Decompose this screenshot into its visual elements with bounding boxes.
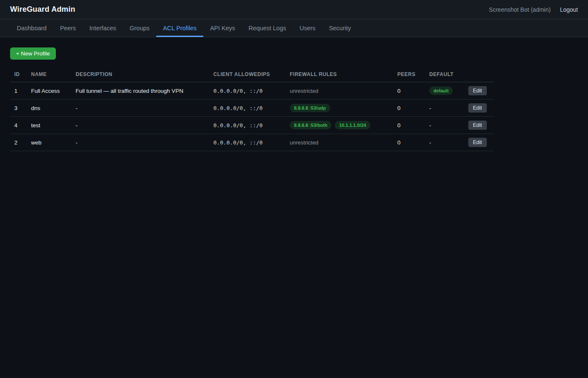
firewall-rule-badge: 10.1.1.1.0/24 [335, 121, 370, 129]
logout-link[interactable]: Logout [560, 6, 578, 13]
edit-button[interactable]: Edit [468, 121, 487, 130]
table-body: 1Full AccessFull tunnel — all traffic ro… [10, 82, 494, 151]
new-profile-button[interactable]: + New Profile [10, 47, 56, 60]
column-header: CLIENT ALLOWEDIPS [209, 68, 286, 82]
profile-description-cell: Full tunnel — all traffic routed through… [71, 82, 209, 100]
profile-row: 3dns-0.0.0.0/0, ::/08.8.8.8 :53/udp0-Edi… [10, 100, 494, 117]
peers-cell: 0 [393, 100, 425, 117]
table-header-row: IDNAMEDESCRIPTIONCLIENT ALLOWEDIPSFIREWA… [10, 68, 494, 82]
topbar-right: Screenshot Bot (admin) Logout [489, 6, 578, 13]
tab-peers[interactable]: Peers [53, 19, 83, 37]
default-cell: default [425, 82, 464, 100]
default-cell: - [425, 117, 464, 134]
profile-description-cell: - [71, 117, 209, 134]
default-cell: - [425, 134, 464, 151]
firewall-rule-badge: 8.8.8.8 :53/udp [290, 104, 330, 112]
tab-users[interactable]: Users [293, 19, 322, 37]
profile-id-cell: 1 [10, 82, 27, 100]
edit-button[interactable]: Edit [468, 138, 487, 147]
default-cell: - [425, 100, 464, 117]
main-content: + New Profile IDNAMEDESCRIPTIONCLIENT AL… [0, 37, 588, 161]
default-badge: default [429, 87, 453, 95]
column-header: DESCRIPTION [71, 68, 209, 82]
profile-row: 1Full AccessFull tunnel — all traffic ro… [10, 82, 494, 100]
client-allowedips-cell: 0.0.0.0/0, ::/0 [209, 100, 286, 117]
edit-cell: Edit [464, 100, 494, 117]
profile-row: 4test-0.0.0.0/0, ::/08.8.8.8 :53/both10.… [10, 117, 494, 134]
tab-acl-profiles[interactable]: ACL Profiles [156, 19, 203, 37]
topbar: WireGuard Admin Screenshot Bot (admin) L… [0, 0, 588, 19]
column-header: FIREWALL RULES [286, 68, 393, 82]
column-header: ID [10, 68, 27, 82]
edit-cell: Edit [464, 117, 494, 134]
profile-id-cell: 2 [10, 134, 27, 151]
app-title: WireGuard Admin [10, 5, 75, 14]
tab-api-keys[interactable]: API Keys [203, 19, 242, 37]
firewall-rules-cell: 8.8.8.8 :53/udp [286, 100, 393, 117]
client-allowedips-cell: 0.0.0.0/0, ::/0 [209, 82, 286, 100]
edit-cell: Edit [464, 134, 494, 151]
profile-id-cell: 4 [10, 117, 27, 134]
profile-name-cell: web [27, 134, 71, 151]
column-header: PEERS [393, 68, 425, 82]
tab-dashboard[interactable]: Dashboard [10, 19, 53, 37]
table-header: IDNAMEDESCRIPTIONCLIENT ALLOWEDIPSFIREWA… [10, 68, 494, 82]
profile-id-cell: 3 [10, 100, 27, 117]
firewall-rule-badge: 8.8.8.8 :53/both [290, 121, 331, 129]
edit-button[interactable]: Edit [468, 103, 487, 113]
peers-cell: 0 [393, 134, 425, 151]
firewall-rules-cell: 8.8.8.8 :53/both10.1.1.1.0/24 [286, 117, 393, 134]
peers-cell: 0 [393, 117, 425, 134]
edit-button[interactable]: Edit [468, 86, 487, 95]
tab-groups[interactable]: Groups [123, 19, 157, 37]
profile-row: 2web-0.0.0.0/0, ::/0unrestricted0-Edit [10, 134, 494, 151]
unrestricted-label: unrestricted [290, 88, 318, 94]
profile-name-cell: Full Access [27, 82, 71, 100]
edit-cell: Edit [464, 82, 494, 100]
column-header: NAME [27, 68, 71, 82]
client-allowedips-cell: 0.0.0.0/0, ::/0 [209, 117, 286, 134]
tab-security[interactable]: Security [322, 19, 357, 37]
profile-name-cell: dns [27, 100, 71, 117]
profile-name-cell: test [27, 117, 71, 134]
profile-description-cell: - [71, 100, 209, 117]
tab-interfaces[interactable]: Interfaces [83, 19, 123, 37]
column-header [464, 68, 494, 82]
acl-profiles-table: IDNAMEDESCRIPTIONCLIENT ALLOWEDIPSFIREWA… [10, 68, 494, 151]
client-allowedips-cell: 0.0.0.0/0, ::/0 [209, 134, 286, 151]
main-nav: DashboardPeersInterfacesGroupsACL Profil… [0, 19, 588, 37]
firewall-rules-cell: unrestricted [286, 82, 393, 100]
unrestricted-label: unrestricted [290, 139, 318, 146]
firewall-rules-cell: unrestricted [286, 134, 393, 151]
profile-description-cell: - [71, 134, 209, 151]
column-header: DEFAULT [425, 68, 464, 82]
tab-request-logs[interactable]: Request Logs [242, 19, 293, 37]
peers-cell: 0 [393, 82, 425, 100]
user-label: Screenshot Bot (admin) [489, 6, 551, 13]
